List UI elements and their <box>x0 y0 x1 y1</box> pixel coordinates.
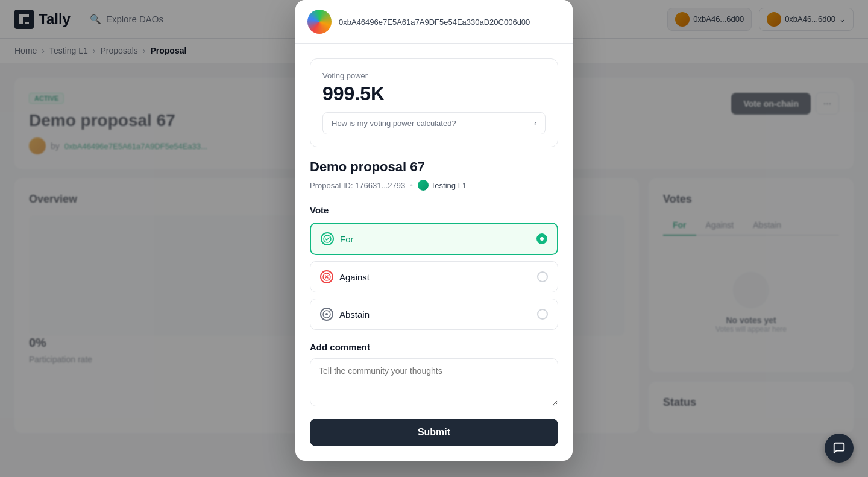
vote-modal: 0xbA46496e7E5A61a7A9DF5e54Ea330aD20C006d… <box>295 0 573 461</box>
proposal-id-text: Proposal ID: 176631...2793 <box>310 181 405 190</box>
voting-power-value: 999.5K <box>322 83 546 105</box>
comment-section: Add comment <box>310 342 558 409</box>
dao-badge: Testing L1 <box>418 180 467 191</box>
vote-section-label: Vote <box>310 205 558 215</box>
chat-fab[interactable] <box>825 434 854 463</box>
modal-header: 0xbA46496e7E5A61a7A9DF5e54Ea330aD20C006d… <box>295 0 573 44</box>
modal-body: Voting power 999.5K How is my voting pow… <box>295 44 573 461</box>
abstain-icon <box>320 308 333 321</box>
modal-proposal-meta: Proposal ID: 176631...2793 • Testing L1 <box>310 180 558 191</box>
dao-name: Testing L1 <box>431 181 467 190</box>
voting-power-label: Voting power <box>322 71 546 80</box>
chevron-left-icon: ‹ <box>534 119 536 128</box>
against-radio <box>537 271 548 282</box>
voting-power-info[interactable]: How is my voting power calculated? ‹ <box>322 112 546 134</box>
abstain-radio <box>537 309 548 320</box>
for-radio-inner <box>540 237 544 241</box>
modal-avatar <box>307 10 332 34</box>
add-comment-label: Add comment <box>310 342 558 352</box>
vote-option-against[interactable]: Against <box>310 261 558 292</box>
vote-option-for[interactable]: For <box>310 223 558 255</box>
against-label: Against <box>339 272 370 282</box>
modal-wallet-address: 0xbA46496e7E5A61a7A9DF5e54Ea330aD20C006d… <box>339 17 530 27</box>
abstain-label: Abstain <box>339 309 370 320</box>
vote-option-abstain[interactable]: Abstain <box>310 299 558 330</box>
for-icon <box>321 232 334 245</box>
meta-separator: • <box>410 181 413 190</box>
modal-proposal-title: Demo proposal 67 <box>310 159 558 175</box>
comment-textarea[interactable] <box>310 358 558 406</box>
against-icon <box>320 270 333 283</box>
svg-point-4 <box>326 313 328 315</box>
modal-overlay[interactable]: 0xbA46496e7E5A61a7A9DF5e54Ea330aD20C006d… <box>0 0 868 477</box>
for-label: For <box>340 234 354 244</box>
vp-question-text: How is my voting power calculated? <box>332 119 456 128</box>
voting-power-section: Voting power 999.5K How is my voting pow… <box>310 58 558 147</box>
submit-button[interactable]: Submit <box>310 419 558 446</box>
for-radio <box>536 233 547 244</box>
chat-fab-icon <box>832 441 846 455</box>
dao-icon <box>418 180 429 191</box>
